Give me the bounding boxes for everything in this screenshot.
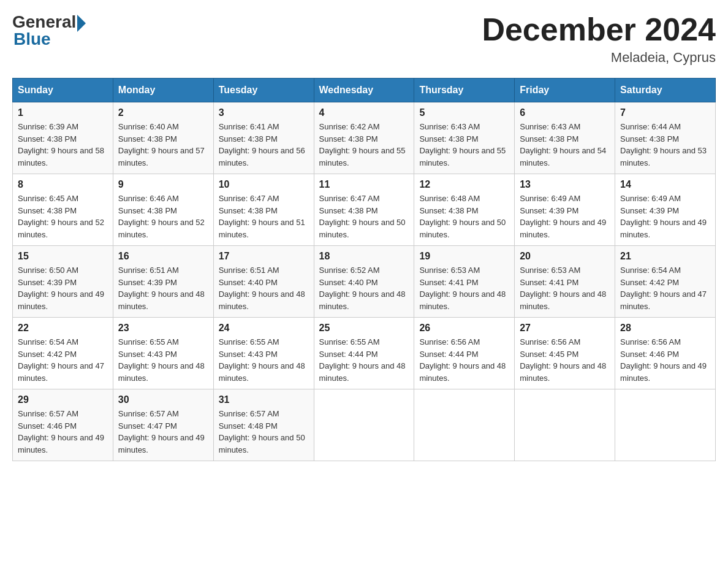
day-info: Sunrise: 6:54 AMSunset: 4:42 PMDaylight:… bbox=[18, 336, 108, 384]
day-number: 9 bbox=[118, 179, 208, 190]
day-info: Sunrise: 6:48 AMSunset: 4:38 PMDaylight:… bbox=[419, 193, 509, 240]
day-info: Sunrise: 6:51 AMSunset: 4:39 PMDaylight:… bbox=[118, 264, 208, 312]
calendar-cell: 19 Sunrise: 6:53 AMSunset: 4:41 PMDaylig… bbox=[414, 246, 515, 318]
day-info: Sunrise: 6:55 AMSunset: 4:44 PMDaylight:… bbox=[319, 336, 409, 384]
weekday-header-monday: Monday bbox=[113, 79, 213, 102]
calendar-cell: 6 Sunrise: 6:43 AMSunset: 4:38 PMDayligh… bbox=[515, 102, 615, 174]
calendar-cell: 26 Sunrise: 6:56 AMSunset: 4:44 PMDaylig… bbox=[414, 318, 515, 389]
day-number: 18 bbox=[319, 251, 409, 262]
day-info: Sunrise: 6:45 AMSunset: 4:38 PMDaylight:… bbox=[18, 193, 108, 240]
day-info: Sunrise: 6:53 AMSunset: 4:41 PMDaylight:… bbox=[419, 264, 509, 312]
calendar-cell: 5 Sunrise: 6:43 AMSunset: 4:38 PMDayligh… bbox=[414, 102, 515, 174]
day-info: Sunrise: 6:57 AMSunset: 4:47 PMDaylight:… bbox=[118, 408, 208, 456]
day-info: Sunrise: 6:50 AMSunset: 4:39 PMDaylight:… bbox=[18, 264, 108, 312]
day-info: Sunrise: 6:56 AMSunset: 4:45 PMDaylight:… bbox=[520, 336, 610, 384]
calendar-cell: 11 Sunrise: 6:47 AMSunset: 4:38 PMDaylig… bbox=[314, 174, 414, 246]
day-info: Sunrise: 6:56 AMSunset: 4:46 PMDaylight:… bbox=[620, 336, 710, 384]
calendar-cell: 14 Sunrise: 6:49 AMSunset: 4:39 PMDaylig… bbox=[615, 174, 716, 246]
day-info: Sunrise: 6:43 AMSunset: 4:38 PMDaylight:… bbox=[419, 121, 509, 169]
day-info: Sunrise: 6:52 AMSunset: 4:40 PMDaylight:… bbox=[319, 264, 409, 312]
day-number: 28 bbox=[620, 323, 710, 334]
calendar-cell: 30 Sunrise: 6:57 AMSunset: 4:47 PMDaylig… bbox=[113, 389, 213, 461]
calendar-header-row: SundayMondayTuesdayWednesdayThursdayFrid… bbox=[13, 79, 716, 102]
page-header: General Blue December 2024 Meladeia, Cyp… bbox=[12, 12, 716, 66]
calendar-cell bbox=[414, 389, 515, 461]
day-info: Sunrise: 6:53 AMSunset: 4:41 PMDaylight:… bbox=[520, 264, 610, 312]
calendar-cell: 4 Sunrise: 6:42 AMSunset: 4:38 PMDayligh… bbox=[314, 102, 414, 174]
day-info: Sunrise: 6:40 AMSunset: 4:38 PMDaylight:… bbox=[118, 121, 208, 169]
day-info: Sunrise: 6:54 AMSunset: 4:42 PMDaylight:… bbox=[620, 264, 710, 312]
logo-arrow-icon bbox=[77, 15, 86, 32]
day-info: Sunrise: 6:46 AMSunset: 4:38 PMDaylight:… bbox=[118, 193, 208, 240]
calendar-cell: 25 Sunrise: 6:55 AMSunset: 4:44 PMDaylig… bbox=[314, 318, 414, 389]
day-info: Sunrise: 6:41 AMSunset: 4:38 PMDaylight:… bbox=[219, 121, 309, 169]
calendar-cell: 1 Sunrise: 6:39 AMSunset: 4:38 PMDayligh… bbox=[13, 102, 113, 174]
day-info: Sunrise: 6:55 AMSunset: 4:43 PMDaylight:… bbox=[219, 336, 309, 384]
day-info: Sunrise: 6:55 AMSunset: 4:43 PMDaylight:… bbox=[118, 336, 208, 384]
day-info: Sunrise: 6:57 AMSunset: 4:46 PMDaylight:… bbox=[18, 408, 108, 456]
day-number: 29 bbox=[18, 394, 108, 405]
day-number: 17 bbox=[219, 251, 309, 262]
day-number: 5 bbox=[419, 107, 509, 118]
day-number: 7 bbox=[620, 107, 710, 118]
day-number: 12 bbox=[419, 179, 509, 190]
calendar-cell: 12 Sunrise: 6:48 AMSunset: 4:38 PMDaylig… bbox=[414, 174, 515, 246]
day-number: 14 bbox=[620, 179, 710, 190]
day-info: Sunrise: 6:49 AMSunset: 4:39 PMDaylight:… bbox=[620, 193, 710, 240]
calendar-cell bbox=[314, 389, 414, 461]
calendar-cell: 18 Sunrise: 6:52 AMSunset: 4:40 PMDaylig… bbox=[314, 246, 414, 318]
calendar-cell: 24 Sunrise: 6:55 AMSunset: 4:43 PMDaylig… bbox=[213, 318, 314, 389]
weekday-header-friday: Friday bbox=[515, 79, 615, 102]
calendar-cell: 28 Sunrise: 6:56 AMSunset: 4:46 PMDaylig… bbox=[615, 318, 716, 389]
day-info: Sunrise: 6:43 AMSunset: 4:38 PMDaylight:… bbox=[520, 121, 610, 169]
calendar-cell: 20 Sunrise: 6:53 AMSunset: 4:41 PMDaylig… bbox=[515, 246, 615, 318]
calendar-cell bbox=[615, 389, 716, 461]
title-block: December 2024 Meladeia, Cyprus bbox=[482, 12, 716, 66]
day-number: 13 bbox=[520, 179, 610, 190]
day-info: Sunrise: 6:42 AMSunset: 4:38 PMDaylight:… bbox=[319, 121, 409, 169]
calendar-cell bbox=[515, 389, 615, 461]
day-number: 24 bbox=[219, 323, 309, 334]
calendar-cell: 17 Sunrise: 6:51 AMSunset: 4:40 PMDaylig… bbox=[213, 246, 314, 318]
calendar-cell: 8 Sunrise: 6:45 AMSunset: 4:38 PMDayligh… bbox=[13, 174, 113, 246]
calendar-cell: 31 Sunrise: 6:57 AMSunset: 4:48 PMDaylig… bbox=[213, 389, 314, 461]
day-number: 10 bbox=[219, 179, 309, 190]
weekday-header-saturday: Saturday bbox=[615, 79, 716, 102]
calendar-cell: 15 Sunrise: 6:50 AMSunset: 4:39 PMDaylig… bbox=[13, 246, 113, 318]
day-number: 19 bbox=[419, 251, 509, 262]
day-number: 23 bbox=[118, 323, 208, 334]
calendar-table: SundayMondayTuesdayWednesdayThursdayFrid… bbox=[12, 78, 716, 461]
day-number: 31 bbox=[219, 394, 309, 405]
day-number: 21 bbox=[620, 251, 710, 262]
weekday-header-thursday: Thursday bbox=[414, 79, 515, 102]
day-number: 4 bbox=[319, 107, 409, 118]
day-info: Sunrise: 6:44 AMSunset: 4:38 PMDaylight:… bbox=[620, 121, 710, 169]
day-info: Sunrise: 6:49 AMSunset: 4:39 PMDaylight:… bbox=[520, 193, 610, 240]
weekday-header-sunday: Sunday bbox=[13, 79, 113, 102]
day-number: 15 bbox=[18, 251, 108, 262]
day-info: Sunrise: 6:47 AMSunset: 4:38 PMDaylight:… bbox=[319, 193, 409, 240]
calendar-cell: 7 Sunrise: 6:44 AMSunset: 4:38 PMDayligh… bbox=[615, 102, 716, 174]
logo-blue-text: Blue bbox=[13, 29, 51, 49]
calendar-cell: 13 Sunrise: 6:49 AMSunset: 4:39 PMDaylig… bbox=[515, 174, 615, 246]
day-number: 22 bbox=[18, 323, 108, 334]
calendar-week-row: 15 Sunrise: 6:50 AMSunset: 4:39 PMDaylig… bbox=[13, 246, 716, 318]
month-title: December 2024 bbox=[482, 12, 716, 47]
calendar-week-row: 29 Sunrise: 6:57 AMSunset: 4:46 PMDaylig… bbox=[13, 389, 716, 461]
weekday-header-wednesday: Wednesday bbox=[314, 79, 414, 102]
day-number: 11 bbox=[319, 179, 409, 190]
day-number: 3 bbox=[219, 107, 309, 118]
calendar-week-row: 8 Sunrise: 6:45 AMSunset: 4:38 PMDayligh… bbox=[13, 174, 716, 246]
day-number: 26 bbox=[419, 323, 509, 334]
day-number: 30 bbox=[118, 394, 208, 405]
calendar-cell: 9 Sunrise: 6:46 AMSunset: 4:38 PMDayligh… bbox=[113, 174, 213, 246]
day-info: Sunrise: 6:39 AMSunset: 4:38 PMDaylight:… bbox=[18, 121, 108, 169]
day-info: Sunrise: 6:57 AMSunset: 4:48 PMDaylight:… bbox=[219, 408, 309, 456]
calendar-cell: 23 Sunrise: 6:55 AMSunset: 4:43 PMDaylig… bbox=[113, 318, 213, 389]
day-info: Sunrise: 6:56 AMSunset: 4:44 PMDaylight:… bbox=[419, 336, 509, 384]
day-number: 25 bbox=[319, 323, 409, 334]
calendar-cell: 22 Sunrise: 6:54 AMSunset: 4:42 PMDaylig… bbox=[13, 318, 113, 389]
day-number: 8 bbox=[18, 179, 108, 190]
location-subtitle: Meladeia, Cyprus bbox=[482, 50, 716, 66]
logo: General Blue bbox=[12, 12, 86, 49]
